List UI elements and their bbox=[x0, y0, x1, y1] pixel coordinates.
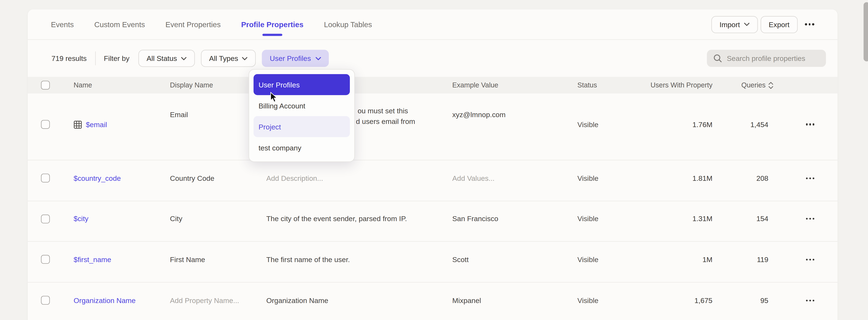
import-button-label: Import bbox=[719, 20, 740, 29]
dropdown-item-project[interactable]: Project bbox=[253, 116, 350, 137]
filter-by-label: Filter by bbox=[104, 54, 129, 62]
ellipsis-icon bbox=[806, 259, 814, 260]
profile-type-dropdown: User Profiles Billing Account Project te… bbox=[249, 69, 355, 162]
ellipsis-icon bbox=[806, 177, 814, 179]
row-checkbox[interactable] bbox=[41, 296, 50, 305]
users-with-property-cell: 1.76M bbox=[647, 120, 713, 133]
tab-event-properties[interactable]: Event Properties bbox=[165, 9, 221, 39]
lexicon-card: Events Custom Events Event Properties Pr… bbox=[28, 9, 837, 320]
column-header-example-value: Example Value bbox=[452, 81, 578, 89]
page: Events Custom Events Event Properties Pr… bbox=[0, 0, 868, 320]
tab-profile-properties[interactable]: Profile Properties bbox=[241, 9, 303, 39]
table-row: $first_name First Name The first name of… bbox=[28, 242, 837, 282]
import-button[interactable]: Import bbox=[711, 16, 757, 33]
column-header-queries[interactable]: Queries bbox=[713, 81, 776, 89]
table-header: Name Display Name Example Value Status U… bbox=[28, 77, 837, 93]
dropdown-item-billing-account[interactable]: Billing Account bbox=[253, 95, 350, 116]
queries-cell: 1,454 bbox=[713, 120, 776, 133]
row-checkbox[interactable] bbox=[41, 174, 50, 183]
tab-lookup-tables[interactable]: Lookup Tables bbox=[324, 9, 372, 39]
description-cell[interactable]: Add Description... bbox=[266, 174, 452, 187]
status-cell: Visible bbox=[578, 120, 647, 133]
users-with-property-cell: 1.81M bbox=[647, 174, 713, 187]
table-row: $email Email ou must set this d users em… bbox=[28, 93, 837, 160]
sort-icon bbox=[768, 81, 773, 89]
type-filter-label: All Types bbox=[209, 54, 238, 62]
status-cell: Visible bbox=[578, 174, 647, 187]
description-cell[interactable]: The first name of the user. bbox=[266, 255, 452, 268]
property-name-link[interactable]: Organization Name bbox=[74, 296, 136, 305]
row-actions-button[interactable] bbox=[776, 123, 837, 130]
example-value-cell[interactable]: xyz@lmnop.com bbox=[452, 93, 578, 119]
chevron-down-icon bbox=[242, 57, 247, 60]
divider bbox=[95, 51, 96, 65]
description-fragment: d users email from bbox=[356, 117, 415, 126]
status-cell: Visible bbox=[578, 296, 647, 309]
results-count: 719 results bbox=[52, 54, 87, 62]
ellipsis-icon bbox=[806, 218, 814, 220]
vertical-scrollbar-thumb[interactable] bbox=[864, 2, 868, 61]
filter-group: All Status All Types User Profiles bbox=[138, 50, 329, 67]
tab-custom-events[interactable]: Custom Events bbox=[94, 9, 145, 39]
queries-cell: 208 bbox=[713, 174, 776, 187]
property-name-link[interactable]: $email bbox=[86, 120, 107, 129]
property-name-link[interactable]: $first_name bbox=[74, 255, 111, 263]
filter-bar: 719 results Filter by All Status All Typ… bbox=[28, 40, 837, 77]
description-cell[interactable]: Organization Name bbox=[266, 296, 452, 309]
row-actions-button[interactable] bbox=[776, 218, 837, 224]
example-value-cell[interactable]: Scott bbox=[452, 255, 578, 268]
example-value-cell[interactable]: Mixpanel bbox=[452, 296, 578, 309]
display-name-cell[interactable]: City bbox=[170, 215, 266, 227]
ellipsis-icon bbox=[806, 123, 814, 125]
tab-bar: Events Custom Events Event Properties Pr… bbox=[28, 9, 837, 40]
select-all-checkbox[interactable] bbox=[41, 81, 50, 90]
display-name-cell[interactable]: Add Property Name... bbox=[170, 296, 266, 309]
example-value-cell[interactable]: Add Values... bbox=[452, 174, 578, 187]
column-header-users-with-property: Users With Property bbox=[647, 81, 713, 89]
row-actions-button[interactable] bbox=[776, 299, 837, 306]
profile-type-filter-label: User Profiles bbox=[270, 54, 311, 62]
search-input[interactable] bbox=[707, 50, 826, 67]
dropdown-item-user-profiles[interactable]: User Profiles bbox=[253, 74, 350, 95]
type-filter-button[interactable]: All Types bbox=[201, 50, 256, 67]
status-filter-button[interactable]: All Status bbox=[138, 50, 195, 67]
export-button[interactable]: Export bbox=[761, 16, 798, 33]
property-name-cell: $email bbox=[74, 120, 170, 133]
property-name-cell: $first_name bbox=[74, 255, 170, 268]
row-checkbox[interactable] bbox=[41, 120, 50, 129]
table-grid-icon bbox=[74, 120, 82, 129]
more-actions-button[interactable] bbox=[801, 16, 819, 33]
tab-events[interactable]: Events bbox=[51, 9, 74, 39]
description-cell[interactable]: The city of the event sender, parsed fro… bbox=[266, 215, 452, 227]
example-value-cell[interactable]: San Francisco bbox=[452, 215, 578, 227]
mouse-cursor-icon bbox=[270, 92, 278, 103]
row-actions-button[interactable] bbox=[776, 259, 837, 265]
table-row: Organization Name Add Property Name... O… bbox=[28, 282, 837, 320]
display-name-cell[interactable]: First Name bbox=[170, 255, 266, 268]
queries-header-label: Queries bbox=[741, 81, 766, 89]
row-checkbox[interactable] bbox=[41, 214, 50, 223]
status-cell: Visible bbox=[578, 215, 647, 227]
dropdown-item-test-company[interactable]: test company bbox=[253, 137, 350, 158]
property-name-cell: Organization Name bbox=[74, 296, 170, 309]
chevron-down-icon bbox=[744, 23, 749, 26]
ellipsis-icon bbox=[805, 23, 814, 25]
profile-type-filter-button[interactable]: User Profiles bbox=[262, 50, 329, 67]
column-header-name: Name bbox=[74, 81, 170, 89]
table-row: $country_code Country Code Add Descripti… bbox=[28, 161, 837, 201]
export-button-label: Export bbox=[769, 20, 789, 29]
property-name-link[interactable]: $city bbox=[74, 215, 89, 223]
status-cell: Visible bbox=[578, 255, 647, 268]
users-with-property-cell: 1M bbox=[647, 255, 713, 268]
tabs: Events Custom Events Event Properties Pr… bbox=[51, 9, 372, 39]
row-actions-button[interactable] bbox=[776, 177, 837, 184]
row-checkbox[interactable] bbox=[41, 255, 50, 264]
display-name-cell[interactable]: Country Code bbox=[170, 174, 266, 187]
search-box bbox=[707, 50, 826, 67]
status-filter-label: All Status bbox=[147, 54, 177, 62]
search-icon bbox=[714, 54, 722, 62]
queries-cell: 95 bbox=[713, 296, 776, 309]
chevron-down-icon bbox=[315, 57, 321, 60]
queries-cell: 119 bbox=[713, 255, 776, 268]
property-name-link[interactable]: $country_code bbox=[74, 174, 121, 182]
